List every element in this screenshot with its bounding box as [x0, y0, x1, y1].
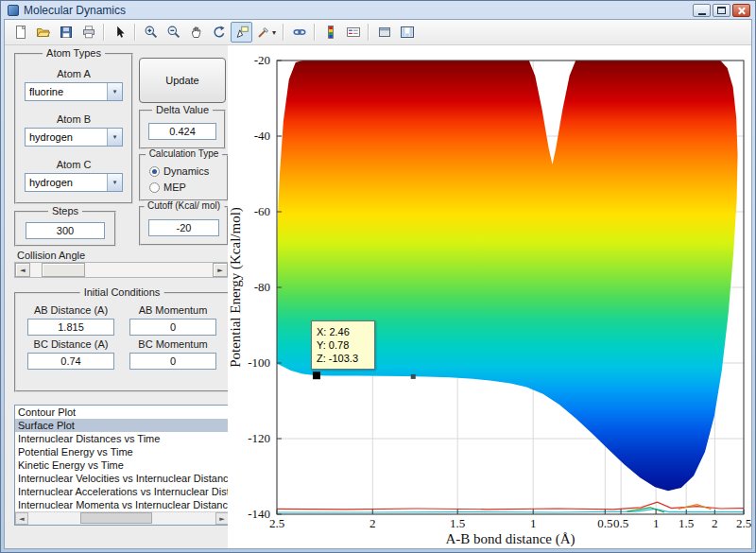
ab-momentum-label: AB Momentum	[129, 304, 216, 316]
x-tick-label: 2.5	[269, 516, 284, 530]
edit-plot-arrow-button[interactable]	[109, 22, 130, 43]
pan-hand-button[interactable]	[185, 22, 207, 43]
list-item[interactable]: Kinetic Energy vs Time	[15, 458, 229, 472]
cutoff-input[interactable]	[148, 219, 219, 236]
close-button[interactable]	[732, 4, 750, 17]
datatip-marker[interactable]	[313, 372, 320, 379]
rotate-3d-icon	[212, 25, 227, 40]
rotate-3d-button[interactable]	[208, 22, 230, 43]
scrollbar-track[interactable]	[28, 512, 215, 525]
data-cursor-button[interactable]	[231, 22, 252, 43]
insert-colorbar-icon	[323, 25, 338, 40]
collision-angle-slider[interactable]: ◄ ►	[14, 262, 229, 278]
close-icon	[737, 7, 746, 15]
x-tick-label: 1	[530, 516, 537, 530]
titlebar[interactable]: Molecular Dynamics	[4, 1, 752, 19]
plot-type-listbox[interactable]: Contour PlotSurface PlotInternuclear Dis…	[14, 405, 230, 526]
datatip-x: X: 2.46	[317, 325, 369, 338]
show-plot-tools-button[interactable]	[396, 22, 418, 43]
y-tick-label: -40	[254, 129, 270, 143]
radio-dynamics[interactable]: Dynamics	[149, 165, 209, 177]
update-button[interactable]: Update	[139, 58, 226, 103]
list-item[interactable]: Internuclear Velocities vs Internuclear …	[15, 472, 229, 485]
radio-dynamics-label: Dynamics	[163, 165, 209, 177]
data-point-marker[interactable]	[411, 374, 416, 379]
zoom-out-button[interactable]	[163, 22, 184, 43]
toolbar-separator	[368, 24, 369, 41]
brush-button[interactable]: ▾	[253, 22, 279, 43]
plot-area[interactable]: -20-40-60-80-100-120-1402.521.510.50.511…	[228, 45, 751, 549]
potential-energy-surface[interactable]	[277, 60, 738, 491]
list-item[interactable]: Surface Plot	[15, 419, 229, 432]
list-item[interactable]: Internuclear Accelerations vs Internucle…	[15, 485, 229, 498]
titlebar-buttons	[693, 4, 750, 17]
open-file-button[interactable]	[32, 22, 54, 43]
dropdown-arrow-icon[interactable]: ▾	[272, 28, 276, 37]
radio-button-icon[interactable]	[149, 166, 160, 177]
slider-thumb[interactable]	[42, 263, 85, 277]
slider-track[interactable]	[30, 263, 213, 277]
ab-momentum-input[interactable]	[129, 319, 216, 336]
x-tick-label: 0.5	[597, 516, 612, 530]
collision-angle-label: Collision Angle	[17, 250, 85, 261]
zoom-in-button[interactable]	[140, 22, 162, 43]
steps-panel: Steps	[14, 211, 116, 247]
delta-value-input[interactable]	[148, 123, 216, 140]
save-figure-button[interactable]	[55, 22, 77, 43]
new-figure-button[interactable]	[9, 22, 31, 43]
x-tick-label: 0.5	[613, 516, 628, 530]
hide-plot-tools-button[interactable]	[373, 22, 395, 43]
scrollbar-thumb[interactable]	[80, 512, 151, 524]
scroll-left-arrow-icon[interactable]: ◄	[15, 512, 28, 525]
panel-title-atom-types: Atom Types	[43, 47, 105, 59]
datatip-y: Y: 0.78	[317, 338, 369, 352]
chevron-down-icon[interactable]: ▾	[107, 174, 122, 191]
atom-a-label: Atom A	[25, 68, 123, 79]
maximize-button[interactable]	[713, 4, 730, 17]
list-item[interactable]: Potential Energy vs Time	[15, 445, 229, 458]
atom-types-panel: Atom Types Atom A fluorine ▾ Atom B hydr…	[14, 53, 133, 204]
delta-value-panel: Delta Value	[139, 110, 226, 149]
initial-conditions-panel: Initial Conditions AB Distance (A) AB Mo…	[14, 292, 230, 392]
slider-right-arrow-icon[interactable]: ►	[213, 263, 228, 277]
slider-left-arrow-icon[interactable]: ◄	[15, 263, 30, 277]
save-figure-icon	[59, 25, 74, 40]
toolbar-separator	[103, 24, 105, 41]
figure-content: Atom Types Atom A fluorine ▾ Atom B hydr…	[5, 45, 751, 549]
surface-plot-svg[interactable]: -20-40-60-80-100-120-1402.521.510.50.511…	[228, 45, 751, 549]
chevron-down-icon[interactable]: ▾	[107, 83, 122, 100]
list-item[interactable]: Internuclear Distances vs Time	[15, 432, 229, 445]
print-figure-button[interactable]	[77, 22, 99, 43]
cutoff-panel: Cutoff (Kcal/ mol)	[139, 206, 229, 246]
insert-colorbar-button[interactable]	[319, 22, 341, 43]
atom-a-dropdown[interactable]: fluorine ▾	[25, 82, 123, 101]
insert-legend-button[interactable]	[342, 22, 364, 43]
link-plot-button[interactable]	[288, 22, 310, 43]
initial-conditions-grid: AB Distance (A) AB Momentum BC Distance …	[27, 304, 216, 370]
y-tick-label: -140	[248, 507, 270, 521]
figure-body: ▾ Atom Types Atom A fluorine ▾ Atom B hy…	[4, 19, 752, 549]
atom-c-dropdown[interactable]: hydrogen ▾	[25, 173, 123, 192]
scroll-right-arrow-icon[interactable]: ►	[215, 512, 229, 525]
chevron-down-icon[interactable]: ▾	[107, 129, 122, 146]
panel-title-delta: Delta Value	[152, 104, 213, 115]
minimize-button[interactable]	[693, 4, 711, 17]
radio-button-icon[interactable]	[149, 182, 160, 193]
x-tick-label: 2	[712, 516, 718, 530]
listbox-hscrollbar[interactable]: ◄ ►	[15, 511, 229, 525]
steps-input[interactable]	[26, 222, 105, 239]
atom-b-dropdown[interactable]: hydrogen ▾	[25, 128, 123, 147]
panel-title-initial-conditions: Initial Conditions	[80, 286, 164, 298]
maximize-icon	[717, 7, 726, 14]
list-item[interactable]: Contour Plot	[15, 406, 229, 419]
atom-b-value: hydrogen	[26, 129, 107, 146]
radio-mep-label: MEP	[163, 181, 186, 193]
datatip[interactable]: X: 2.46 Y: 0.78 Z: -103.3	[311, 320, 375, 370]
list-item[interactable]: Internuclear Momenta vs Internuclear Dis…	[15, 498, 229, 511]
ab-distance-input[interactable]	[27, 319, 114, 336]
bc-distance-input[interactable]	[27, 353, 114, 370]
ab-distance-label: AB Distance (A)	[27, 304, 114, 316]
bc-momentum-input[interactable]	[129, 353, 216, 370]
pan-hand-icon	[189, 25, 204, 40]
radio-mep[interactable]: MEP	[149, 181, 186, 193]
